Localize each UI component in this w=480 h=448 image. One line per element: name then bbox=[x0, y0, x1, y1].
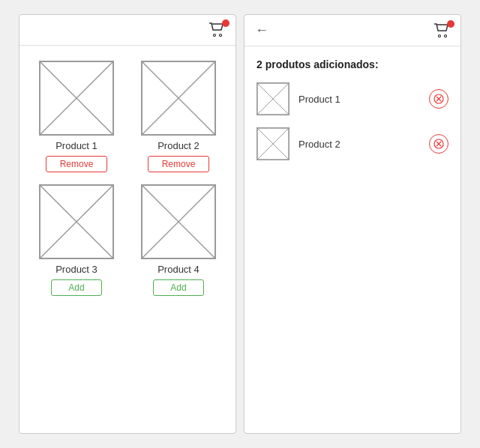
svg-point-14 bbox=[439, 34, 441, 37]
product-card-4: Product 4 Add bbox=[134, 184, 224, 296]
cart-item-img-1 bbox=[256, 82, 290, 115]
remove-button-2[interactable]: Remove bbox=[148, 156, 210, 172]
cart-item-name-1: Product 1 bbox=[298, 94, 420, 105]
cart-icon-wrap-left[interactable] bbox=[208, 22, 225, 37]
product-image-1 bbox=[39, 61, 114, 136]
screens-wrapper: Product 1 Remove Product 2 Remove bbox=[7, 2, 473, 446]
cart-badge-right bbox=[447, 20, 454, 28]
cart-icon-wrap-right[interactable] bbox=[434, 23, 450, 38]
cart-content: 2 produtos adicionados: Product 1 bbox=[244, 46, 460, 184]
svg-point-0 bbox=[214, 34, 216, 37]
add-button-3[interactable]: Add bbox=[51, 279, 101, 296]
cart-badge-left bbox=[222, 19, 230, 27]
left-header bbox=[20, 15, 236, 46]
product-image-4 bbox=[141, 184, 216, 259]
back-button[interactable]: ← bbox=[255, 22, 268, 38]
product-card-2: Product 2 Remove bbox=[134, 61, 224, 172]
screen-left: Product 1 Remove Product 2 Remove bbox=[19, 14, 236, 434]
svg-point-1 bbox=[220, 34, 222, 37]
remove-circle-2[interactable] bbox=[429, 134, 448, 154]
remove-button-1[interactable]: Remove bbox=[46, 156, 108, 172]
product-grid: Product 1 Remove Product 2 Remove bbox=[20, 46, 236, 311]
product-image-2 bbox=[141, 61, 216, 136]
cart-item-img-2 bbox=[256, 127, 290, 160]
cart-item-1: Product 1 bbox=[256, 82, 448, 115]
screen-right: ← 2 produtos adicionados: bbox=[244, 14, 461, 434]
svg-point-15 bbox=[445, 34, 447, 37]
product-card-1: Product 1 Remove bbox=[32, 61, 122, 172]
remove-circle-1[interactable] bbox=[429, 89, 448, 109]
product-name-3: Product 3 bbox=[56, 264, 98, 275]
cart-item-name-2: Product 2 bbox=[298, 139, 420, 150]
product-image-3 bbox=[39, 184, 114, 259]
product-name-1: Product 1 bbox=[56, 140, 98, 151]
cart-title: 2 produtos adicionados: bbox=[256, 58, 448, 70]
x-icon-2 bbox=[434, 139, 444, 149]
add-button-4[interactable]: Add bbox=[153, 279, 203, 296]
right-header: ← bbox=[244, 15, 460, 46]
product-name-2: Product 2 bbox=[158, 140, 200, 151]
x-icon-1 bbox=[434, 94, 444, 104]
product-name-4: Product 4 bbox=[158, 264, 200, 275]
product-card-3: Product 3 Add bbox=[32, 184, 122, 296]
cart-item-2: Product 2 bbox=[256, 127, 448, 160]
